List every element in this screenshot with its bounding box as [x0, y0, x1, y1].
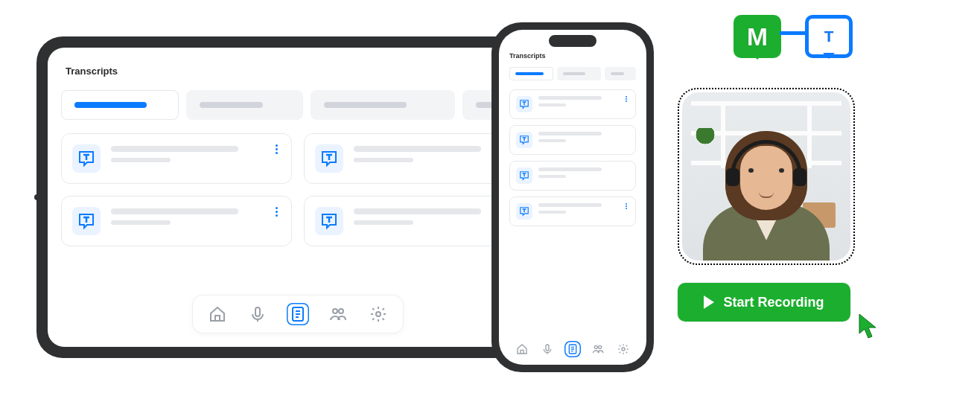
page-title: Transcripts: [61, 66, 535, 77]
phone-device: Transcripts: [491, 22, 654, 372]
user-portrait: [682, 92, 850, 261]
more-icon[interactable]: [623, 95, 630, 103]
badge-connector: [780, 31, 806, 35]
more-icon[interactable]: [270, 143, 282, 155]
transcript-icon: [315, 144, 343, 173]
settings-icon[interactable]: [615, 341, 631, 357]
transcript-card[interactable]: [61, 196, 292, 246]
phone-notch: [549, 35, 596, 47]
start-recording-label: Start Recording: [723, 295, 824, 310]
tab-1[interactable]: [509, 67, 553, 80]
tablet-device: Transcripts: [37, 37, 559, 357]
tab-1[interactable]: [61, 90, 179, 120]
transcript-card[interactable]: [509, 89, 636, 119]
tabs-row: [509, 67, 636, 80]
transcript-card[interactable]: [61, 133, 292, 184]
transcript-icon: [516, 96, 532, 112]
transcript-grid: [61, 133, 535, 246]
tab-2[interactable]: [557, 67, 601, 80]
bottom-dock: [514, 341, 631, 357]
people-icon[interactable]: [590, 341, 606, 357]
transcript-card[interactable]: [509, 125, 636, 155]
page-title: Transcripts: [509, 52, 636, 60]
badge-m-letter: M: [747, 22, 768, 51]
transcript-icon: [516, 167, 532, 184]
people-icon[interactable]: [327, 303, 349, 325]
transcript-icon[interactable]: [287, 303, 309, 325]
tab-3[interactable]: [311, 90, 455, 120]
tabs-row: [61, 90, 535, 120]
transcript-icon: [72, 144, 101, 173]
transcript-icon: [516, 203, 532, 220]
settings-icon[interactable]: [367, 303, 389, 325]
start-recording-button[interactable]: Start Recording: [678, 283, 850, 322]
app-badges: M T: [734, 15, 853, 58]
mic-icon[interactable]: [539, 341, 556, 357]
tablet-screen: Transcripts: [48, 48, 548, 347]
tab-3[interactable]: [605, 67, 636, 80]
play-icon: [704, 296, 714, 309]
home-icon[interactable]: [206, 303, 229, 325]
tab-2[interactable]: [186, 90, 304, 120]
transcript-card[interactable]: [509, 161, 636, 191]
badge-t-letter: T: [824, 28, 833, 45]
transcript-icon[interactable]: [564, 341, 581, 357]
bottom-dock: [192, 295, 404, 333]
more-icon[interactable]: [623, 202, 630, 210]
badge-m: M: [734, 15, 781, 58]
cursor-icon: [858, 313, 879, 341]
transcript-icon: [315, 207, 343, 235]
transcript-card[interactable]: [509, 197, 636, 226]
transcript-icon: [72, 207, 101, 235]
home-icon[interactable]: [514, 341, 530, 357]
phone-screen: Transcripts: [499, 30, 646, 365]
transcript-icon: [516, 132, 532, 148]
mic-icon[interactable]: [246, 303, 269, 325]
badge-t: T: [805, 15, 853, 58]
more-icon[interactable]: [270, 205, 282, 217]
user-portrait-frame: [678, 88, 855, 265]
